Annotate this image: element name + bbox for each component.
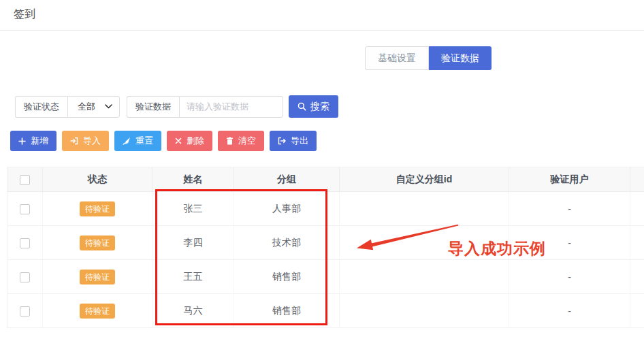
status-badge: 待验证 bbox=[80, 304, 115, 319]
table-row: 待验证 张三 人事部 - bbox=[7, 192, 644, 226]
status-badge: 待验证 bbox=[80, 201, 115, 216]
overflow-cell bbox=[630, 294, 644, 328]
tab-basic-settings[interactable]: 基础设置 bbox=[365, 46, 429, 70]
brush-icon bbox=[123, 137, 131, 145]
import-button-label: 导入 bbox=[83, 135, 101, 147]
name-cell: 马六 bbox=[152, 294, 234, 328]
verify-user-cell: - bbox=[509, 260, 630, 294]
add-button-label: 新增 bbox=[31, 135, 48, 147]
plus-icon bbox=[18, 137, 26, 145]
export-button[interactable]: 导出 bbox=[270, 131, 317, 151]
table-body: 待验证 张三 人事部 - 待验证 李四 技术部 - 待验证 王五 销售部 - bbox=[7, 192, 644, 328]
search-button[interactable]: 搜索 bbox=[289, 95, 338, 118]
group-cell: 销售部 bbox=[234, 294, 340, 328]
add-button[interactable]: 新增 bbox=[10, 131, 57, 151]
custom-group-id-cell bbox=[340, 260, 509, 294]
overflow-cell bbox=[630, 192, 644, 226]
verify-user-cell: - bbox=[509, 192, 630, 226]
column-header-overflow bbox=[630, 167, 644, 192]
verify-data-input[interactable] bbox=[179, 96, 283, 118]
reset-button-label: 重置 bbox=[135, 135, 153, 147]
column-header-verify-user: 验证用户 bbox=[509, 167, 630, 192]
delete-button-label: 删除 bbox=[187, 135, 204, 147]
custom-group-id-cell bbox=[340, 192, 509, 226]
name-cell: 王五 bbox=[152, 260, 234, 294]
trash-icon bbox=[226, 137, 234, 145]
select-all-checkbox[interactable] bbox=[20, 175, 30, 185]
table-row: 待验证 李四 技术部 - bbox=[7, 226, 644, 260]
overflow-cell bbox=[630, 260, 644, 294]
status-select-value: 全部 bbox=[78, 101, 95, 113]
close-icon bbox=[175, 137, 182, 144]
chevron-down-icon bbox=[105, 104, 112, 109]
page-title: 签到 bbox=[14, 7, 35, 22]
reset-button[interactable]: 重置 bbox=[114, 131, 161, 151]
column-header-custom-group-id: 自定义分组id bbox=[340, 167, 509, 192]
filter-row: 验证状态 全部 验证数据 搜索 bbox=[15, 95, 338, 118]
column-header-name: 姓名 bbox=[152, 167, 234, 192]
verify-user-cell: - bbox=[509, 294, 630, 328]
delete-button[interactable]: 删除 bbox=[167, 131, 212, 151]
table-header-row: 状态 姓名 分组 自定义分组id 验证用户 bbox=[7, 167, 644, 192]
export-button-label: 导出 bbox=[291, 135, 308, 147]
import-icon bbox=[70, 137, 78, 145]
group-cell: 人事部 bbox=[234, 192, 340, 226]
search-button-label: 搜索 bbox=[310, 101, 329, 113]
data-filter-label: 验证数据 bbox=[127, 96, 179, 118]
status-select[interactable]: 全部 bbox=[67, 96, 120, 118]
name-cell: 张三 bbox=[152, 192, 234, 226]
clear-button-label: 清空 bbox=[238, 135, 256, 147]
search-icon bbox=[297, 102, 306, 111]
status-filter-label: 验证状态 bbox=[15, 96, 67, 118]
column-header-status: 状态 bbox=[43, 167, 152, 192]
status-badge: 待验证 bbox=[80, 236, 115, 250]
data-filter-group: 验证数据 bbox=[127, 96, 283, 118]
import-button[interactable]: 导入 bbox=[62, 131, 109, 151]
status-badge: 待验证 bbox=[80, 270, 115, 285]
export-icon bbox=[278, 137, 286, 145]
header-divider bbox=[0, 30, 644, 31]
group-cell: 销售部 bbox=[234, 260, 340, 294]
select-all-header bbox=[7, 167, 43, 192]
row-checkbox[interactable] bbox=[20, 306, 30, 316]
status-filter-group: 验证状态 全部 bbox=[15, 96, 120, 118]
row-checkbox[interactable] bbox=[20, 204, 30, 214]
page: 签到 基础设置 验证数据 验证状态 全部 验证数据 搜索 bbox=[0, 0, 644, 341]
verify-data-table: 状态 姓名 分组 自定义分组id 验证用户 待验证 张三 人事部 - 待验证 李… bbox=[7, 167, 644, 328]
overflow-cell bbox=[630, 226, 644, 260]
custom-group-id-cell bbox=[340, 294, 509, 328]
column-header-group: 分组 bbox=[234, 167, 340, 192]
row-checkbox[interactable] bbox=[20, 238, 30, 248]
name-cell: 李四 bbox=[152, 226, 234, 260]
table-row: 待验证 马六 销售部 - bbox=[7, 294, 644, 328]
toolbar: 新增 导入 重置 删除 bbox=[10, 131, 317, 151]
annotation-text: 导入成功示例 bbox=[448, 238, 546, 259]
group-cell: 技术部 bbox=[234, 226, 340, 260]
tab-group: 基础设置 验证数据 bbox=[365, 46, 492, 70]
row-checkbox[interactable] bbox=[20, 272, 30, 282]
tab-verify-data[interactable]: 验证数据 bbox=[429, 46, 492, 70]
table-row: 待验证 王五 销售部 - bbox=[7, 260, 644, 294]
clear-button[interactable]: 清空 bbox=[218, 131, 264, 151]
